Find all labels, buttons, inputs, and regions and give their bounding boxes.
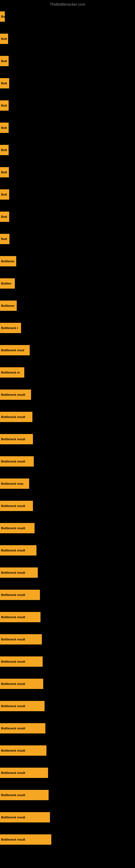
bar-row: Bottleneck result <box>0 695 135 717</box>
bar-row: Bott <box>0 28 135 50</box>
bar: Bottleneck result <box>0 523 35 533</box>
bar-label: Bottleneck result <box>1 593 25 596</box>
bar: Bottleneck re <box>0 367 24 378</box>
bar-row: Bottleneck result <box>0 717 135 739</box>
bar-label: Bottleneck result <box>1 437 25 441</box>
bar-label: Bottlenec <box>1 259 14 263</box>
bar-row: Bottleneck result <box>0 517 135 539</box>
bar-label: Bottleneck result <box>1 638 25 641</box>
bar-row: Bottleneck r <box>0 317 135 339</box>
bar-row: Bott <box>0 50 135 72</box>
bar: Bottleneck resul <box>0 345 30 355</box>
bar: Bottleneck result <box>0 590 40 600</box>
bar-label: Bott <box>1 237 7 241</box>
bar-label: Bott <box>1 59 7 63</box>
bar: Bottleneck r <box>0 323 21 333</box>
bar-label: Bottleneck r <box>1 326 18 330</box>
bar-row: Bottleneck re <box>0 361 135 383</box>
bar-row: Bottleneck result <box>0 628 135 650</box>
bar: Bott <box>0 189 9 199</box>
bar: Bott <box>0 212 9 222</box>
bar: Bottleneck result <box>0 768 48 778</box>
bar: Bottleneck result <box>0 723 45 734</box>
bar-label: Bottleneck result <box>1 460 25 463</box>
bar-label: Bottleneck result <box>1 816 25 819</box>
bar-label: Bottleneck result <box>1 527 25 530</box>
bar-label: Bottleneck result <box>1 705 25 708</box>
bar-label: Bottleneck result <box>1 682 25 685</box>
bar: Bottleneck result <box>0 634 42 645</box>
bar: Bottleneck result <box>0 790 49 800</box>
bar: Bottlenec <box>0 256 16 267</box>
bar-label: Bottleneck result <box>1 549 25 552</box>
bar-row: Bottleneck result <box>0 561 135 584</box>
bar: Bott <box>0 56 9 66</box>
bar-row: Bottleneck result <box>0 428 135 450</box>
bar-row: Bottleneck result <box>0 784 135 806</box>
bar-row: Bott <box>0 72 135 94</box>
bar-label: Bottleneck resul <box>1 348 24 352</box>
bar: Bottlenec <box>0 301 17 311</box>
bar-row: Bottleneck result <box>0 495 135 517</box>
bar-label: Bott <box>1 193 7 196</box>
bar-row: Bott <box>0 139 135 161</box>
bar-label: Bottleneck re <box>1 371 20 374</box>
bar-label: Bottleneck result <box>1 794 25 797</box>
bar-label: Bottleneck result <box>1 616 25 619</box>
bar-label: Bottleneck result <box>1 393 25 396</box>
bar: Bottleneck result <box>0 745 46 756</box>
bar-label: Bott <box>1 82 7 85</box>
bar-row: Bott <box>0 117 135 139</box>
bar: Bottleneck result <box>0 390 31 400</box>
bar: Bottleneck result <box>0 567 38 578</box>
bar: Bottleneck result <box>0 412 32 422</box>
bar-label: Bottleneck resu <box>1 482 24 485</box>
bar-row: Bottleneck result <box>0 739 135 762</box>
bar-label: Bottleneck result <box>1 749 25 752</box>
bar: Bott <box>0 234 9 244</box>
bar-row: Bo <box>0 5 135 28</box>
bar-row: Bottleneck resu <box>0 472 135 495</box>
bar-label: Bott <box>1 215 7 218</box>
bar-label: Bott <box>1 126 7 129</box>
bar: Bott <box>0 78 9 88</box>
bar-label: Bottleneck result <box>1 771 25 774</box>
bar-row: Bottlenec <box>0 294 135 317</box>
bar: Bottleneck result <box>0 434 33 444</box>
bar: Bott <box>0 100 9 111</box>
bar: Bottleneck result <box>0 701 45 711</box>
bar-row: Bottleneck result <box>0 828 135 850</box>
bar-row: Bott <box>0 94 135 117</box>
bar-row: Bottleneck result <box>0 406 135 428</box>
bar: Bottleneck result <box>0 679 43 689</box>
bar: Bottleneck result <box>0 834 51 845</box>
bar-label: Bottleneck result <box>1 415 25 418</box>
bar-label: Bottleneck result <box>1 838 25 841</box>
bar: Bottleneck result <box>0 612 41 622</box>
bar: Bottleneck result <box>0 456 34 467</box>
bar-row: Bott <box>0 161 135 183</box>
bar-label: Bottlen <box>1 282 11 285</box>
bar: Bott <box>0 145 9 155</box>
bar-label: Bottlenec <box>1 304 14 307</box>
bar-label: Bottleneck result <box>1 504 25 507</box>
bar-row: Bottlen <box>0 272 135 294</box>
bar-row: Bottleneck result <box>0 673 135 695</box>
bar-label: Bottleneck result <box>1 727 25 730</box>
bar-row: Bottleneck result <box>0 806 135 828</box>
bar: Bo <box>0 11 5 22</box>
bar-row: Bottleneck result <box>0 762 135 784</box>
bar: Bottleneck resu <box>0 478 29 489</box>
bar-row: Bottleneck result <box>0 539 135 561</box>
bar: Bottleneck result <box>0 545 37 556</box>
bar-row: Bott <box>0 183 135 206</box>
bar-row: Bott <box>0 228 135 250</box>
bar-row: Bottlenec <box>0 250 135 272</box>
bar: Bottleneck result <box>0 501 33 511</box>
bar-label: Bott <box>1 37 7 40</box>
bar-row: Bottleneck result <box>0 450 135 472</box>
bar-row: Bott <box>0 206 135 228</box>
bar-row: Bottleneck result <box>0 584 135 606</box>
bar: Bottlen <box>0 278 15 289</box>
bar-label: Bott <box>1 170 7 174</box>
